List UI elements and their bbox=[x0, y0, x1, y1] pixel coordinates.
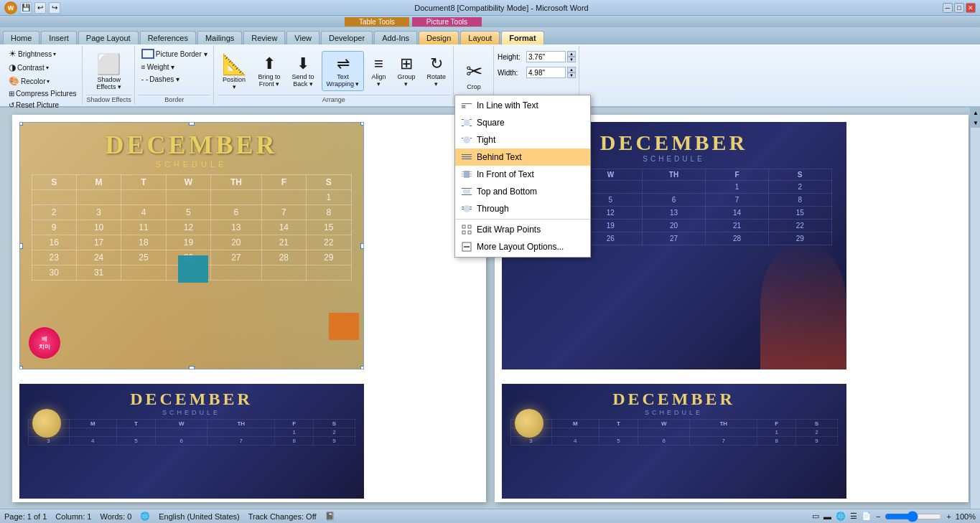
adjust-group: ☀ Brightness ▾ ◑ Contrast ▾ 🎨 Recolor ▾ … bbox=[3, 46, 83, 105]
tab-review[interactable]: Review bbox=[243, 31, 285, 44]
tab-developer[interactable]: Developer bbox=[321, 31, 373, 44]
svg-rect-4 bbox=[464, 120, 470, 126]
svg-rect-25 bbox=[470, 207, 472, 207]
wrap-behind-item[interactable]: Behind Text bbox=[455, 149, 590, 166]
width-spinner[interactable]: ▲ ▼ bbox=[567, 67, 576, 78]
close-button[interactable]: ✕ bbox=[966, 3, 976, 13]
shadow-effects-button[interactable]: ⬜ Shadow Effects ▾ bbox=[92, 50, 126, 93]
night-cal-card-right: DECEMBER SCHEDULE S M T W TH F S 12 bbox=[502, 384, 846, 499]
window-controls: ─ □ ✕ bbox=[943, 3, 976, 13]
position-button[interactable]: 📐 Position ▾ bbox=[218, 50, 251, 93]
wrap-inline-label: In Line with Text bbox=[477, 100, 538, 110]
wrap-front-item[interactable]: In Front of Text bbox=[455, 166, 590, 183]
svg-rect-5 bbox=[462, 119, 464, 120]
view-outline-icon[interactable]: ☰ bbox=[850, 512, 857, 521]
zoom-slider[interactable] bbox=[885, 513, 942, 520]
svg-point-23 bbox=[463, 205, 470, 212]
wrap-inline-icon bbox=[461, 100, 472, 111]
office-button[interactable]: W bbox=[4, 1, 17, 14]
view-layout-icon[interactable]: ▬ bbox=[823, 512, 831, 521]
svg-rect-8 bbox=[470, 126, 472, 126]
tab-references[interactable]: References bbox=[140, 31, 196, 44]
recolor-button[interactable]: 🎨 Recolor ▾ bbox=[6, 75, 52, 88]
status-language[interactable]: English (United States) bbox=[159, 512, 240, 521]
compress-pictures-button[interactable]: ⊞ Compress Pictures bbox=[6, 88, 79, 99]
tab-add-ins[interactable]: Add-Ins bbox=[374, 31, 417, 44]
weight-button[interactable]: ≡ Weight ▾ bbox=[139, 62, 178, 72]
rotate-button[interactable]: ↻ Rotate ▾ bbox=[423, 52, 451, 90]
sel-handle-tm[interactable] bbox=[189, 122, 195, 126]
tab-insert[interactable]: Insert bbox=[41, 31, 77, 44]
qa-save[interactable]: 💾 bbox=[20, 2, 32, 14]
maximize-button[interactable]: □ bbox=[954, 3, 964, 13]
tab-mailings[interactable]: Mailings bbox=[197, 31, 242, 44]
width-input[interactable] bbox=[526, 67, 566, 78]
wrap-tight-item[interactable]: Tight bbox=[455, 131, 590, 149]
height-spinner[interactable]: ▲ ▼ bbox=[567, 51, 576, 62]
wrap-square-item[interactable]: Square bbox=[455, 114, 590, 131]
zoom-in-icon[interactable]: + bbox=[946, 512, 951, 521]
cal-header-t1: T bbox=[121, 175, 166, 190]
shadow-effects-label: Shadow Effects bbox=[86, 95, 131, 103]
view-web-icon[interactable]: 🌐 bbox=[836, 512, 846, 521]
wrap-topbottom-item[interactable]: Top and Bottom bbox=[455, 183, 590, 200]
vertical-scrollbar[interactable]: ▲ ▼ bbox=[970, 108, 980, 509]
wrap-more-options-item[interactable]: More Layout Options... bbox=[455, 238, 590, 255]
photo-cal-subtitle: SCHEDULE bbox=[20, 160, 363, 169]
cal-header-s1: S bbox=[32, 175, 76, 190]
view-draft-icon[interactable]: 📄 bbox=[862, 512, 872, 521]
qa-redo[interactable]: ↪ bbox=[49, 2, 60, 14]
tab-design[interactable]: Design bbox=[419, 31, 459, 44]
wrap-through-icon bbox=[461, 203, 472, 215]
tab-page-layout[interactable]: Page Layout bbox=[78, 31, 139, 44]
brightness-button[interactable]: ☀ Brightness ▾ bbox=[6, 47, 59, 60]
status-page: Page: 1 of 1 bbox=[4, 512, 47, 521]
sel-handle-bm[interactable] bbox=[189, 366, 195, 369]
text-wrapping-button[interactable]: ⇌ Text Wrapping ▾ bbox=[322, 51, 365, 91]
sel-handle-mr[interactable] bbox=[360, 243, 364, 249]
tab-layout[interactable]: Layout bbox=[460, 31, 500, 44]
sel-handle-bl[interactable] bbox=[19, 366, 23, 369]
zoom-out-icon[interactable]: − bbox=[876, 512, 880, 521]
group-button[interactable]: ⊞ Group ▾ bbox=[393, 52, 419, 90]
qa-undo[interactable]: ↩ bbox=[34, 2, 46, 14]
wrap-inline-item[interactable]: In Line with Text bbox=[455, 97, 590, 114]
crop-button[interactable]: ✂ Crop bbox=[462, 57, 487, 93]
border-group-label: Border bbox=[139, 95, 210, 103]
photo-calendar-card[interactable]: DECEMBER SCHEDULE S M T W TH bbox=[19, 122, 364, 369]
height-input[interactable] bbox=[526, 51, 566, 62]
sel-handle-tl[interactable] bbox=[19, 122, 23, 126]
svg-rect-22 bbox=[462, 194, 472, 195]
dashes-button[interactable]: - - Dashes ▾ bbox=[139, 74, 182, 85]
tab-view[interactable]: View bbox=[286, 31, 319, 44]
photo-calendar-overlay: DECEMBER SCHEDULE S M T W TH bbox=[20, 123, 363, 369]
picture-border-button[interactable]: Picture Border ▾ bbox=[139, 47, 210, 60]
view-normal-icon[interactable]: ▭ bbox=[812, 512, 819, 521]
svg-rect-15 bbox=[462, 159, 472, 159]
sel-handle-br[interactable] bbox=[360, 366, 364, 369]
wrap-through-item[interactable]: Through bbox=[455, 200, 590, 217]
orange-highlight bbox=[329, 313, 359, 340]
minimize-button[interactable]: ─ bbox=[943, 3, 953, 13]
sel-handle-ml[interactable] bbox=[19, 243, 23, 249]
status-track-changes[interactable]: Track Changes: Off bbox=[248, 512, 317, 521]
wrap-edit-points-label: Edit Wrap Points bbox=[477, 225, 541, 235]
zoom-level: 100% bbox=[956, 512, 976, 521]
window-title: Document8 [Compatibility Mode] - Microso… bbox=[60, 4, 943, 12]
tab-format[interactable]: Format bbox=[501, 31, 543, 44]
tab-home[interactable]: Home bbox=[3, 31, 39, 44]
teal-highlight bbox=[178, 255, 208, 283]
arrange-group: 📐 Position ▾ ⬆ Bring to Front ▾ ⬇ Send t… bbox=[215, 46, 454, 105]
wrap-edit-points-item[interactable]: Edit Wrap Points bbox=[455, 221, 590, 238]
send-to-back-button[interactable]: ⬇ Send to Back ▾ bbox=[288, 52, 319, 90]
contrast-button[interactable]: ◑ Contrast ▾ bbox=[6, 61, 52, 74]
svg-rect-19 bbox=[464, 171, 470, 178]
bring-to-front-button[interactable]: ⬆ Bring to Front ▾ bbox=[254, 52, 285, 90]
wrap-tight-label: Tight bbox=[477, 135, 495, 145]
sel-handle-tr[interactable] bbox=[360, 122, 364, 126]
document-page-left: DECEMBER SCHEDULE S M T W TH bbox=[12, 115, 486, 502]
svg-rect-3 bbox=[462, 107, 465, 108]
wrap-through-label: Through bbox=[477, 204, 509, 214]
svg-rect-24 bbox=[462, 207, 464, 207]
align-button[interactable]: ≡ Align ▾ bbox=[367, 52, 390, 90]
